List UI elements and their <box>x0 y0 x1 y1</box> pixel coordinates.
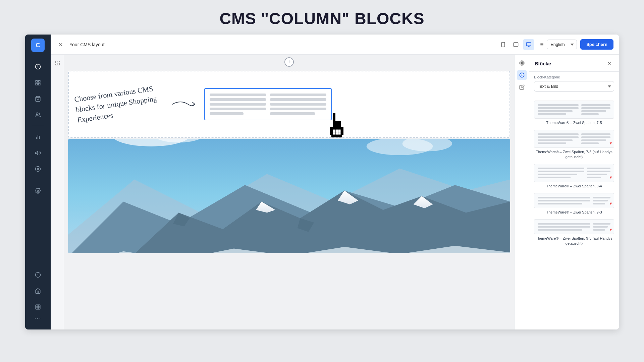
svg-rect-63 <box>338 132 341 135</box>
sidebar-item-table[interactable] <box>31 300 45 314</box>
sidebar-logo[interactable]: C <box>31 39 45 52</box>
svg-point-6 <box>36 113 38 115</box>
svg-rect-58 <box>338 129 341 132</box>
line-3 <box>210 103 266 106</box>
svg-rect-37 <box>55 61 57 63</box>
cms-block-area: Choose from various CMS blocks for uniqu… <box>68 71 510 138</box>
line-8 <box>270 103 326 106</box>
svg-rect-65 <box>331 135 334 137</box>
column-preview-block <box>204 88 332 120</box>
svg-rect-28 <box>526 43 531 46</box>
panel-settings-icon[interactable] <box>517 58 527 68</box>
sidebar-item-apps[interactable] <box>31 162 45 176</box>
svg-rect-44 <box>333 121 335 124</box>
svg-rect-43 <box>333 119 335 121</box>
bloecke-close-button[interactable] <box>605 59 613 67</box>
layout-icon[interactable] <box>53 58 62 68</box>
svg-rect-52 <box>335 127 338 129</box>
line-6 <box>270 94 326 96</box>
heart-icon-3[interactable]: ♥ <box>609 175 612 180</box>
sidebar-item-pages[interactable] <box>31 76 45 89</box>
block-item-label-1: ThemeWare® – Zwei Spalten, 7-5 <box>534 120 614 125</box>
svg-rect-17 <box>36 305 40 309</box>
heart-icon-5[interactable]: ♥ <box>609 227 612 232</box>
preview-col-right-1 <box>581 104 610 115</box>
block-preview-1 <box>534 101 614 119</box>
kategorie-select[interactable]: Text & Bild Layout Commerce Media Text <box>534 81 614 92</box>
block-item-3[interactable]: ♥ ThemeWare® – Zwei Spalten, 8-4 <box>529 161 619 190</box>
block-preview-3: ♥ <box>534 164 614 182</box>
heart-icon-4[interactable]: ♥ <box>609 201 612 206</box>
block-preview-2: ♥ <box>534 130 614 148</box>
desktop-view-button[interactable] <box>523 39 534 50</box>
line-1 <box>210 94 266 96</box>
mobile-view-button[interactable] <box>498 39 508 50</box>
sidebar-item-analytics[interactable] <box>31 130 45 143</box>
svg-point-12 <box>37 168 39 170</box>
block-item-4[interactable]: ♥ ThemeWare® – Zwei Spalten, 9-3 <box>529 190 619 217</box>
preview-col-left-5 <box>538 223 590 231</box>
block-kategorie-section: Block-Kategorie Text & Bild Layout Comme… <box>529 72 619 95</box>
sidebar-item-store[interactable] <box>31 284 45 298</box>
sidebar-item-shopping[interactable] <box>31 92 45 106</box>
sidebar-item-settings[interactable] <box>31 184 45 197</box>
preview-col-right-4 <box>593 197 610 204</box>
svg-rect-64 <box>341 132 343 135</box>
right-panel-icons <box>514 55 529 329</box>
line-7 <box>270 98 326 101</box>
bloecke-header: Blöcke <box>529 55 619 72</box>
save-button[interactable]: Speichern <box>580 39 613 50</box>
sidebar-item-contacts[interactable] <box>31 108 45 122</box>
view-switcher <box>498 39 547 50</box>
content-area: Your CMS layout English Deutsch <box>51 35 619 329</box>
svg-point-84 <box>521 62 523 64</box>
svg-rect-38 <box>58 61 59 62</box>
main-container: C <box>25 35 619 329</box>
sidebar-divider-2 <box>32 180 44 180</box>
line-5 <box>210 112 244 115</box>
editor-area: + Choose from various CMS blocks for uni… <box>51 55 619 329</box>
tablet-view-button[interactable] <box>511 39 521 50</box>
block-item-2[interactable]: ♥ ThemeWare® – Zwei Spalten, 7-5 (auf Ha… <box>529 127 619 161</box>
language-select[interactable]: English Deutsch Français <box>547 40 577 49</box>
svg-rect-49 <box>338 121 341 124</box>
svg-rect-3 <box>36 83 37 85</box>
line-10 <box>270 112 315 115</box>
sidebar-more-dots[interactable]: ··· <box>34 315 41 322</box>
svg-rect-39 <box>58 63 59 65</box>
svg-rect-67 <box>337 135 339 137</box>
arrow-icon <box>171 98 198 111</box>
add-block-button-top[interactable]: + <box>284 57 294 67</box>
mountain-image <box>68 139 510 253</box>
kategorie-label: Block-Kategorie <box>534 75 614 79</box>
add-block-top: + <box>64 55 514 69</box>
cursor-icon <box>326 113 351 142</box>
block-item-label-2: ThemeWare® – Zwei Spalten, 7-5 (auf Hand… <box>534 149 614 159</box>
line-9 <box>270 108 326 110</box>
preview-col-left-2 <box>538 133 579 144</box>
svg-rect-60 <box>330 132 333 135</box>
svg-point-13 <box>37 190 39 192</box>
page-title-area: CMS "COLUMN" BLOCKS <box>0 0 644 35</box>
svg-rect-48 <box>335 121 338 124</box>
heart-icon-2[interactable]: ♥ <box>609 141 612 145</box>
preview-col-right-2 <box>581 133 610 144</box>
panel-edit-icon[interactable] <box>517 82 527 92</box>
svg-rect-55 <box>330 129 333 132</box>
svg-marker-10 <box>36 151 38 155</box>
block-preview-5: ♥ <box>534 219 614 234</box>
svg-rect-42 <box>333 116 335 119</box>
sidebar-item-speed[interactable] <box>31 60 45 73</box>
sidebar-item-help[interactable] <box>31 268 45 282</box>
close-button[interactable] <box>56 40 65 49</box>
svg-rect-57 <box>335 129 338 132</box>
block-item-5[interactable]: ♥ ThemeWare® – Zwei Spalten, 9-3 (auf Ha… <box>529 217 619 248</box>
panel-add-icon[interactable] <box>517 70 527 80</box>
sidebar-item-marketing[interactable] <box>31 146 45 160</box>
block-item-1[interactable]: ThemeWare® – Zwei Spalten, 7-5 <box>529 98 619 127</box>
svg-rect-68 <box>339 135 342 137</box>
list-view-button[interactable] <box>536 39 547 50</box>
svg-rect-62 <box>335 132 338 135</box>
sidebar: C <box>25 35 51 329</box>
svg-rect-24 <box>501 42 504 47</box>
